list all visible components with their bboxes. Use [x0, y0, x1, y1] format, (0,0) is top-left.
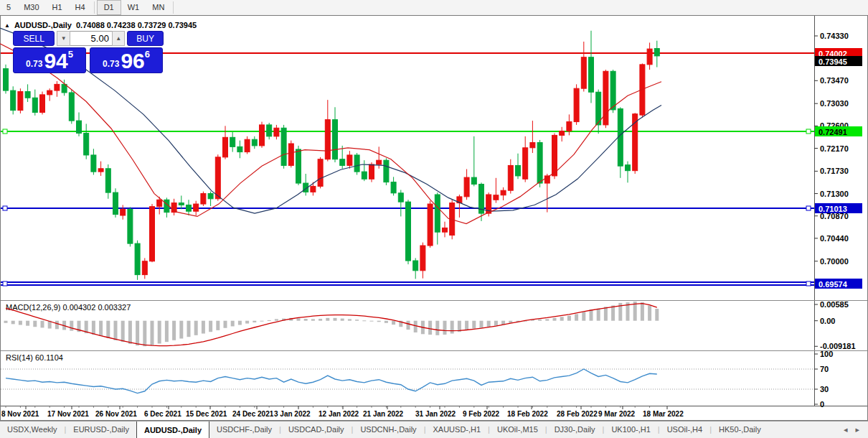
chart-tab-eurusd-daily[interactable]: EURUSD-,Daily [66, 421, 136, 438]
date-label: 9 Feb 2022 [463, 410, 500, 418]
chart-tab-usoil-h4[interactable]: USOil-,H4 [660, 421, 710, 438]
candle [4, 65, 9, 94]
tab-scroll-arrows[interactable]: ◂ ▸ [844, 421, 868, 438]
line-handle[interactable] [806, 206, 811, 210]
axis-label-0.69574: 0.69574 [815, 279, 862, 289]
macd-bar [245, 321, 249, 324]
candle [128, 207, 133, 246]
chart-tab-usdcad-daily[interactable]: USDCAD-,Daily [281, 421, 352, 438]
macd-bar [362, 320, 366, 321]
svg-text:0.73945: 0.73945 [819, 57, 847, 66]
line-handle[interactable] [3, 281, 7, 286]
line-handle[interactable] [3, 206, 7, 210]
macd-bar [41, 321, 44, 328]
line-handle[interactable] [3, 129, 7, 134]
chart-tab-uk100-h1[interactable]: UK100-,H1 [604, 421, 657, 438]
timeframe-button-5[interactable]: 5 [0, 0, 17, 15]
date-label: 26 Nov 2021 [95, 410, 137, 418]
macd-bar [260, 321, 264, 322]
macd-bar [4, 321, 8, 323]
macd-bar [435, 321, 439, 335]
timeframe-button-h1[interactable]: H1 [46, 0, 69, 15]
sell-price-box[interactable]: 0.73 94 5 [13, 47, 86, 73]
timeframe-button-w1[interactable]: W1 [121, 0, 146, 15]
price-tick-label: 0.71730 [820, 167, 849, 175]
macd-bar [165, 321, 169, 342]
date-label: 6 Dec 2021 [144, 410, 181, 418]
macd-bar [428, 321, 432, 335]
timeframe-button-mn[interactable]: MN [146, 0, 171, 15]
timeframe-button-d1[interactable]: D1 [97, 0, 121, 15]
macd-bar [443, 321, 447, 335]
macd-bar [567, 316, 571, 321]
candle [215, 154, 220, 200]
svg-text:0.71013: 0.71013 [819, 205, 847, 213]
price-tick-label: 0.73030 [820, 99, 849, 108]
rsi-tick-label: 70 [820, 365, 829, 373]
svg-text:0.72491: 0.72491 [819, 128, 847, 136]
volume-input[interactable] [70, 31, 112, 46]
line-handle[interactable] [806, 129, 811, 134]
timeframe-toolbar: 5M30H1H4D1W1MN [0, 0, 868, 16]
macd-bar [33, 321, 37, 327]
candle [603, 70, 608, 128]
macd-bar [597, 309, 600, 321]
macd-bar [494, 321, 498, 326]
collapse-panel-icon[interactable]: ▲ [4, 22, 10, 29]
macd-bar [19, 321, 22, 325]
buy-button[interactable]: BUY [127, 31, 164, 46]
sell-button[interactable]: SELL [13, 31, 55, 46]
date-label: 18 Feb 2022 [507, 410, 548, 418]
timeframe-button-h4[interactable]: H4 [69, 0, 92, 15]
macd-tick-label: 0.00585 [820, 300, 849, 309]
chart-ohlc-values: 0.74088 0.74238 0.73729 0.73945 [76, 21, 197, 29]
macd-bar [370, 321, 374, 322]
macd-bar [648, 305, 651, 320]
chart-tab-ukoil-m15[interactable]: UKOil-,M15 [490, 421, 545, 438]
macd-bar [238, 321, 242, 325]
chart-tab-usdx-weekly[interactable]: USDX,Weekly [0, 421, 64, 438]
macd-bar [355, 320, 359, 321]
macd-bar [11, 321, 15, 325]
chart-tab-hk50-daily[interactable]: HK50-,Daily [712, 421, 768, 438]
line-handle[interactable] [806, 281, 811, 286]
chart-tab-dj30-daily[interactable]: DJ30-,Daily [547, 421, 603, 438]
candle [18, 88, 23, 113]
chart-tab-audusd-daily[interactable]: AUDUSD-,Daily [136, 421, 209, 438]
macd-bar [319, 319, 322, 321]
date-label: 8 Nov 2021 [1, 410, 39, 418]
macd-bar [99, 321, 103, 336]
buy-price-pip: 6 [145, 49, 150, 60]
macd-bar [70, 321, 73, 331]
date-label: 18 Mar 2022 [643, 410, 684, 418]
axis-label-0.72491: 0.72491 [815, 126, 862, 136]
sell-price-pip: 5 [68, 49, 73, 60]
volume-decrease-button[interactable]: ▼ [57, 31, 70, 46]
buy-price-big: 96 [121, 50, 144, 72]
macd-bar [392, 321, 395, 325]
macd-bar [341, 319, 344, 321]
macd-bar [268, 320, 271, 321]
macd-bar [187, 321, 191, 337]
macd-bar [385, 321, 388, 323]
candle [69, 90, 74, 124]
chart-tab-usdchf-daily[interactable]: USDCHF-,Daily [209, 421, 279, 438]
macd-bar [655, 309, 659, 321]
price-tick-label: 0.71300 [820, 190, 849, 198]
date-label: 9 Mar 2022 [598, 410, 636, 418]
buy-price-box[interactable]: 0.73 96 6 [90, 47, 163, 73]
macd-tick-label: 0.00 [820, 317, 835, 325]
candle [406, 200, 411, 264]
macd-bar [348, 319, 352, 320]
macd-bar [575, 314, 578, 320]
chart-tab-usdcnh-daily[interactable]: USDCNH-,Daily [353, 421, 423, 438]
chart-tab-xauusd-h1[interactable]: XAUUSD-,H1 [425, 421, 488, 438]
macd-bar [582, 312, 585, 320]
candle [40, 92, 45, 115]
rsi-tick-label: 30 [820, 385, 829, 393]
volume-increase-button[interactable]: ▲ [112, 31, 126, 46]
macd-bar [465, 321, 468, 330]
candle [113, 188, 118, 218]
date-label: 24 Dec 2021 [232, 410, 274, 418]
timeframe-button-m30[interactable]: M30 [17, 0, 45, 15]
